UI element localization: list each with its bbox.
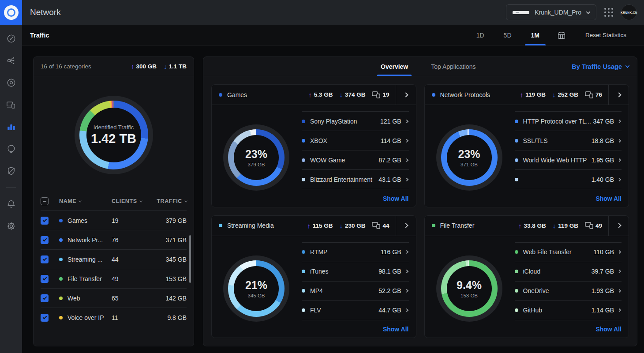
tab-top-applications[interactable]: Top Applications bbox=[430, 57, 476, 76]
app-color-dot bbox=[515, 178, 518, 181]
sidebar-item-insights[interactable] bbox=[0, 138, 22, 160]
table-row[interactable]: File Transfer 49 153 GB bbox=[41, 269, 187, 288]
app-traffic-value: 1.95 GB bbox=[592, 157, 614, 164]
download-arrow-icon: ↓ bbox=[552, 91, 556, 98]
chevron-right-icon bbox=[404, 289, 408, 293]
tab-overview[interactable]: Overview bbox=[380, 57, 409, 76]
row-checkbox[interactable] bbox=[41, 275, 49, 283]
category-card: File Transfer ↑33.8 GB ↓119 GB 49 9 bbox=[424, 215, 629, 338]
category-color-dot bbox=[432, 93, 435, 97]
table-row[interactable]: Streaming ... 44 345 GB bbox=[41, 249, 187, 269]
reset-statistics-button[interactable]: Reset Statistics bbox=[574, 25, 644, 45]
row-clients: 49 bbox=[112, 275, 146, 282]
sort-by-dropdown[interactable]: By Traffic Usage bbox=[572, 57, 629, 76]
app-color-dot bbox=[302, 158, 305, 162]
card-total-traffic: 345 GB bbox=[248, 293, 265, 298]
app-row[interactable]: MP4 52.2 GB bbox=[302, 281, 409, 300]
select-all-checkbox[interactable] bbox=[41, 197, 49, 205]
row-category-name: Streaming ... bbox=[67, 256, 102, 263]
sidebar-item-topology[interactable] bbox=[0, 49, 22, 71]
range-tab-1d[interactable]: 1D bbox=[467, 25, 494, 45]
app-row[interactable]: GitHub 1.14 GB bbox=[515, 300, 622, 320]
app-row[interactable]: OneDrive 1.93 GB bbox=[515, 281, 622, 300]
card-stats: ↑5.3 GB ↓374 GB 19 bbox=[308, 91, 395, 98]
chevron-right-icon bbox=[618, 289, 621, 293]
app-row[interactable]: Sony PlayStation 121 GB bbox=[302, 111, 409, 131]
table-row[interactable]: Web 65 142 GB bbox=[41, 288, 187, 308]
row-traffic: 9.8 GB bbox=[146, 314, 187, 321]
row-checkbox[interactable] bbox=[41, 255, 49, 263]
sidebar-item-settings[interactable] bbox=[0, 215, 22, 237]
app-row[interactable]: SSL/TLS 18.8 GB bbox=[515, 131, 622, 150]
app-row[interactable]: RTMP 116 GB bbox=[302, 242, 409, 262]
console-selector[interactable]: Krunk_UDM_Pro bbox=[506, 4, 596, 20]
row-checkbox[interactable] bbox=[41, 294, 49, 302]
app-row[interactable]: iCloud 39.7 GB bbox=[515, 262, 622, 281]
app-list: Web File Transfer 110 GB iCloud 39.7 GB … bbox=[515, 239, 622, 338]
category-color-dot bbox=[59, 277, 63, 281]
avatar[interactable]: KRUNK.CN bbox=[621, 4, 637, 20]
card-expand-button[interactable] bbox=[396, 85, 416, 105]
show-all-link[interactable]: Show All bbox=[595, 326, 622, 333]
calendar-icon[interactable] bbox=[549, 25, 574, 45]
app-row[interactable]: World Wide Web HTTP 1.95 GB bbox=[515, 150, 622, 169]
sort-chevron-icon[interactable] bbox=[139, 199, 142, 202]
app-name: XBOX bbox=[310, 137, 327, 144]
card-expand-button[interactable] bbox=[608, 85, 629, 105]
apps-grid-icon[interactable] bbox=[604, 8, 613, 17]
show-all-link[interactable]: Show All bbox=[383, 326, 409, 333]
sidebar-item-security[interactable] bbox=[0, 160, 22, 182]
table-row[interactable]: Voice over IP 11 9.8 GB bbox=[41, 308, 187, 327]
download-arrow-icon: ↓ bbox=[339, 222, 343, 229]
row-checkbox[interactable] bbox=[41, 314, 49, 322]
app-traffic-value: 44.7 GB bbox=[378, 307, 401, 314]
app-row[interactable]: XBOX 114 GB bbox=[302, 131, 409, 150]
row-checkbox[interactable] bbox=[41, 217, 49, 225]
download-total: 1.1 TB bbox=[168, 63, 187, 70]
panel-traffic-totals: ↑300 GB ↓1.1 TB bbox=[131, 63, 187, 70]
app-row[interactable]: FLV 44.7 GB bbox=[302, 300, 409, 320]
table-scrollbar[interactable] bbox=[189, 235, 191, 283]
app-color-dot bbox=[302, 289, 305, 293]
row-traffic: 379 GB bbox=[146, 217, 187, 224]
show-all-link[interactable]: Show All bbox=[595, 195, 622, 202]
app-row[interactable]: 1.40 GB bbox=[515, 169, 622, 189]
app-color-dot bbox=[302, 270, 305, 273]
insights-icon bbox=[6, 144, 16, 154]
show-all-link[interactable]: Show All bbox=[383, 195, 409, 202]
sidebar-item-dashboard[interactable] bbox=[0, 27, 22, 49]
overview-panel: Overview Top Applications By Traffic Usa… bbox=[203, 56, 637, 346]
range-tab-1m[interactable]: 1M bbox=[521, 25, 549, 45]
card-expand-button[interactable] bbox=[396, 216, 416, 236]
app-name: iTunes bbox=[310, 268, 329, 275]
app-row[interactable]: Blizzard Entertainment 43.1 GB bbox=[302, 169, 409, 189]
sidebar-item-unifi-devices[interactable] bbox=[0, 71, 22, 94]
app-row[interactable]: WOW Game 87.2 GB bbox=[302, 150, 409, 169]
sidebar-item-notifications[interactable] bbox=[0, 193, 22, 215]
category-color-dot bbox=[59, 238, 63, 242]
unifi-logo[interactable] bbox=[0, 0, 22, 25]
row-clients: 65 bbox=[112, 295, 146, 302]
row-clients: 44 bbox=[112, 256, 146, 263]
range-tab-5d[interactable]: 5D bbox=[494, 25, 521, 45]
table-row[interactable]: Network Pr... 76 371 GB bbox=[41, 230, 187, 249]
sort-chevron-icon[interactable] bbox=[79, 199, 82, 202]
unifi-devices-icon bbox=[6, 78, 16, 88]
column-name: NAME bbox=[59, 198, 76, 204]
sidebar-item-statistics[interactable] bbox=[0, 116, 22, 138]
table-row[interactable]: Games 19 379 GB bbox=[41, 210, 187, 230]
dashboard-icon bbox=[6, 34, 16, 44]
row-category-name: Voice over IP bbox=[67, 314, 104, 321]
sort-chevron-icon[interactable] bbox=[184, 199, 187, 202]
row-clients: 19 bbox=[112, 217, 146, 224]
app-name: OneDrive bbox=[523, 287, 549, 294]
app-row[interactable]: HTTP Protocol over TL... 347 GB bbox=[515, 111, 622, 131]
app-row[interactable]: Web File Transfer 110 GB bbox=[515, 242, 622, 262]
app-row[interactable]: iTunes 98.1 GB bbox=[302, 262, 409, 281]
chevron-right-icon bbox=[618, 119, 621, 123]
sidebar-item-clients[interactable] bbox=[0, 94, 22, 116]
category-color-dot bbox=[432, 224, 435, 227]
card-expand-button[interactable] bbox=[608, 216, 629, 236]
row-checkbox[interactable] bbox=[41, 236, 49, 244]
app-color-dot bbox=[515, 250, 518, 254]
